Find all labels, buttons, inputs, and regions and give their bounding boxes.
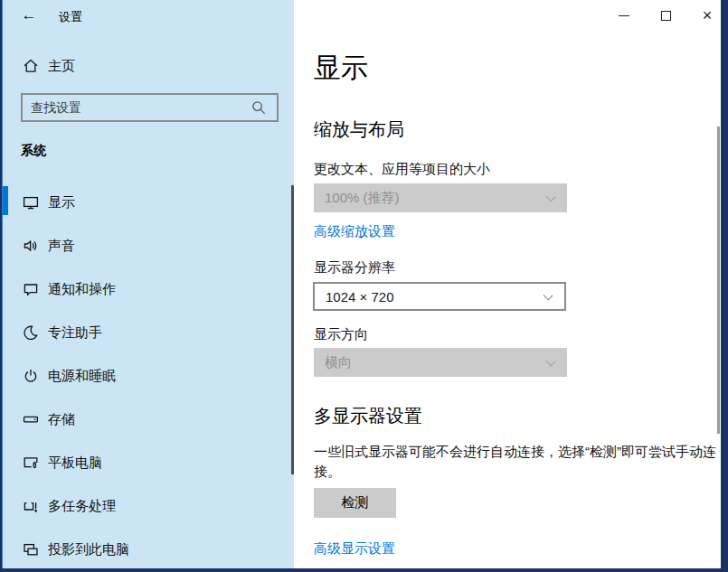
multitasking-icon [22,497,40,515]
page-title: 显示 [314,50,368,87]
scale-label: 更改文本、应用等项目的大小 [314,161,490,178]
resolution-dropdown[interactable]: 1024 × 720 [313,282,566,311]
minimize-icon [619,15,629,16]
search-box [21,93,279,122]
sidebar-item-label: 多任务处理 [48,498,116,515]
chevron-down-icon [546,357,556,367]
sidebar: ← 设置 主页 系统 [3,0,294,568]
maximize-icon [661,11,671,21]
advanced-display-link[interactable]: 高级显示设置 [314,540,395,558]
sidebar-section-header: 系统 [21,143,46,159]
content-panel: × 显示 缩放与布局 更改文本、应用等项目的大小 100% (推荐) 高级缩放设… [294,0,721,568]
focus-assist-icon [22,324,40,342]
orientation-label: 显示方向 [314,326,368,343]
back-button[interactable]: ← [17,5,41,26]
resolution-label: 显示器分辨率 [314,259,395,277]
advanced-scaling-link[interactable]: 高级缩放设置 [314,223,395,240]
multi-display-heading: 多显示器设置 [314,404,422,428]
sidebar-item-sound[interactable]: 声音 [3,231,294,260]
maximize-button[interactable] [653,5,678,26]
sidebar-item-label: 主页 [48,58,75,75]
projecting-icon [22,540,40,558]
chevron-down-icon [544,291,553,301]
sidebar-item-label: 显示 [48,194,75,211]
tablet-icon [22,454,40,472]
display-icon [22,193,40,211]
detect-button[interactable]: 检测 [314,488,396,518]
sidebar-item-label: 声音 [48,238,75,255]
scale-layout-heading: 缩放与布局 [314,117,404,142]
sound-icon [22,237,40,255]
minimize-button[interactable] [611,5,637,26]
sidebar-item-label: 电源和睡眠 [48,368,116,385]
close-button[interactable]: × [695,5,720,26]
home-icon [22,57,40,75]
search-icon[interactable] [250,98,269,117]
power-icon [22,367,40,385]
sidebar-item-display[interactable]: 显示 [3,188,294,217]
sidebar-item-label: 通知和操作 [48,281,116,298]
sidebar-item-label: 投影到此电脑 [48,541,129,558]
sidebar-item-label: 专注助手 [48,324,102,342]
orientation-dropdown: 横向 [314,348,567,377]
sidebar-item-tablet[interactable]: 平板电脑 [3,448,294,477]
resolution-dropdown-value: 1024 × 720 [326,289,394,305]
settings-window: ← 设置 主页 系统 [2,0,721,568]
scale-dropdown: 100% (推荐) [314,183,567,212]
sidebar-item-notifications[interactable]: 通知和操作 [3,275,294,304]
orientation-dropdown-value: 横向 [325,354,352,371]
sidebar-item-projecting[interactable]: 投影到此电脑 [3,535,294,564]
multi-display-description: 一些旧式显示器可能不会进行自动连接，选择“检测”即可尝试手动连接。 [314,442,716,482]
app-title: 设置 [59,9,82,25]
storage-icon [22,410,40,428]
chevron-down-icon [546,192,556,202]
sidebar-item-storage[interactable]: 存储 [3,405,294,434]
sidebar-item-focus-assist[interactable]: 专注助手 [3,318,294,347]
notifications-icon [22,280,40,298]
sidebar-item-multitasking[interactable]: 多任务处理 [3,492,294,520]
search-input[interactable] [23,95,250,120]
content-scrollbar-thumb[interactable] [717,127,720,434]
scale-dropdown-value: 100% (推荐) [325,190,400,207]
sidebar-item-label: 平板电脑 [48,455,102,472]
sidebar-item-home[interactable]: 主页 [3,52,294,80]
sidebar-item-power-sleep[interactable]: 电源和睡眠 [3,361,294,390]
sidebar-item-label: 存储 [48,411,75,428]
